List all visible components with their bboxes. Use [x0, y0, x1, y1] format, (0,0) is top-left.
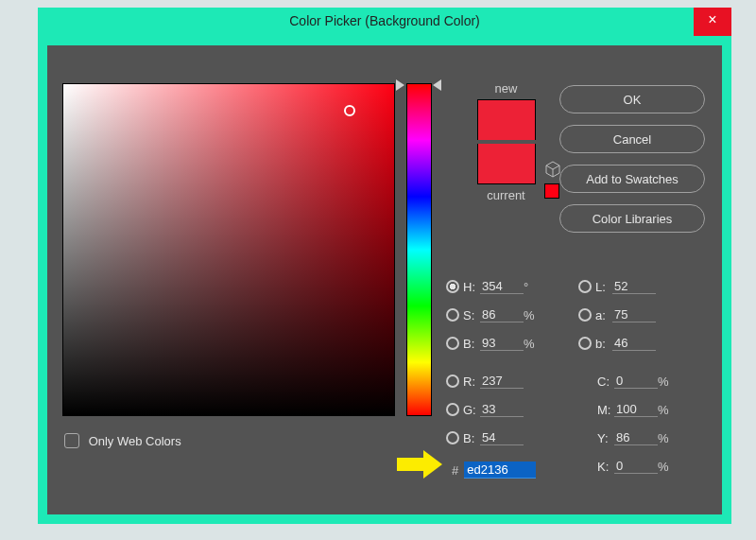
new-label: new — [452, 81, 560, 96]
radio-s[interactable] — [446, 308, 459, 322]
radio-r[interactable] — [446, 375, 459, 388]
radio-b-rgb[interactable] — [446, 431, 459, 444]
hue-pointer-right-icon — [433, 79, 441, 91]
s-input[interactable] — [480, 307, 524, 322]
color-picker-window: Color Picker (Background Color) × new cu… — [38, 8, 731, 524]
current-color-swatch[interactable] — [477, 144, 536, 184]
hex-row: # — [452, 462, 536, 479]
m-unit: % — [658, 403, 675, 417]
s-unit: % — [524, 308, 541, 322]
radio-h[interactable] — [446, 280, 459, 293]
out-of-gamut-swatch[interactable] — [544, 183, 559, 199]
hue-slider[interactable] — [406, 83, 432, 416]
dialog-body: new current OK Cancel Add to Swatches Co… — [47, 45, 722, 514]
only-web-colors-option: Only Web Colors — [64, 433, 181, 448]
numeric-fields: H:° S:% B:% R: G: B: L: a: b: C:% M:% Y:… — [444, 272, 709, 480]
y-unit: % — [658, 431, 675, 445]
hex-input[interactable] — [464, 462, 536, 479]
h-unit: ° — [524, 280, 541, 294]
r-label: R: — [463, 375, 480, 389]
c-label: C: — [597, 375, 614, 389]
b-lab-label: b: — [595, 337, 612, 351]
k-label: K: — [597, 460, 614, 474]
add-to-swatches-button[interactable]: Add to Swatches — [559, 165, 705, 193]
l-label: L: — [595, 280, 612, 294]
g-input[interactable] — [480, 402, 524, 417]
y-input[interactable] — [614, 430, 658, 445]
a-input[interactable] — [612, 307, 656, 322]
button-column: OK Cancel Add to Swatches Color Librarie… — [559, 85, 705, 244]
radio-l[interactable] — [578, 280, 592, 293]
radio-b-lab[interactable] — [578, 337, 592, 350]
only-web-colors-checkbox[interactable] — [64, 433, 79, 448]
hue-pointer-left-icon — [396, 79, 404, 91]
color-libraries-button[interactable]: Color Libraries — [559, 204, 705, 233]
color-cursor-ring — [344, 105, 355, 116]
radio-b-hsb[interactable] — [446, 337, 459, 350]
s-label: S: — [463, 308, 480, 322]
r-input[interactable] — [480, 374, 524, 389]
cancel-button[interactable]: Cancel — [559, 125, 705, 153]
b-hsb-input[interactable] — [480, 336, 524, 351]
c-unit: % — [658, 375, 675, 389]
y-label: Y: — [597, 431, 614, 445]
annotation-arrow-icon — [397, 450, 442, 479]
saturation-brightness-field[interactable] — [62, 83, 395, 416]
new-color-swatch[interactable] — [477, 99, 536, 140]
m-label: M: — [597, 403, 614, 417]
ok-button[interactable]: OK — [559, 85, 705, 113]
c-input[interactable] — [614, 374, 658, 389]
b-hsb-label: B: — [463, 337, 480, 351]
b-lab-input[interactable] — [612, 336, 656, 351]
k-unit: % — [658, 460, 675, 474]
k-input[interactable] — [614, 459, 658, 474]
b-hsb-unit: % — [524, 337, 541, 351]
h-input[interactable] — [480, 279, 524, 294]
window-title: Color Picker (Background Color) — [38, 13, 731, 28]
g-label: G: — [463, 403, 480, 417]
a-label: a: — [595, 308, 612, 322]
hex-hash-label: # — [452, 463, 458, 478]
m-input[interactable] — [614, 402, 658, 417]
l-input[interactable] — [612, 279, 656, 294]
titlebar: Color Picker (Background Color) × — [38, 8, 731, 36]
only-web-colors-label: Only Web Colors — [89, 434, 181, 448]
radio-a[interactable] — [578, 308, 592, 322]
close-button[interactable]: × — [694, 8, 731, 36]
b-rgb-input[interactable] — [480, 430, 524, 445]
b-rgb-label: B: — [463, 431, 480, 445]
radio-g[interactable] — [446, 403, 459, 416]
h-label: H: — [463, 280, 480, 294]
